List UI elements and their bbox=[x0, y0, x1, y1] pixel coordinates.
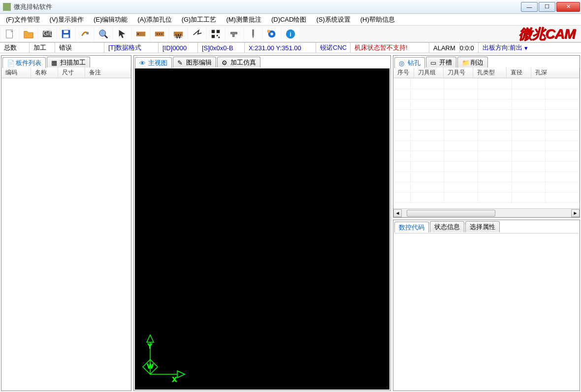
table-row[interactable] bbox=[393, 151, 580, 161]
svg-marker-33 bbox=[177, 371, 185, 378]
menu-cad[interactable]: (D)CAD绘图 bbox=[271, 15, 307, 24]
tab-slot[interactable]: ▭ 开槽 bbox=[426, 57, 456, 67]
menu-help[interactable]: (H)帮助信息 bbox=[360, 15, 395, 24]
pointer-button[interactable] bbox=[113, 27, 131, 41]
minimize-button[interactable]: — bbox=[521, 2, 538, 12]
maximize-button[interactable]: ☐ bbox=[539, 2, 555, 12]
tab-scan-process-label: 扫描加工 bbox=[60, 58, 86, 67]
drill-icon: ◎ bbox=[399, 60, 406, 66]
right-table-header: 序号 刀具组 刀具号 孔类型 直径 孔深 bbox=[393, 67, 580, 78]
svg-point-7 bbox=[99, 30, 106, 36]
col-name[interactable]: 名称 bbox=[31, 67, 58, 78]
import-dwg-button[interactable]: DWG/DXF bbox=[38, 27, 56, 41]
col-size[interactable]: 尺寸 bbox=[58, 67, 85, 78]
table-row[interactable] bbox=[393, 120, 580, 130]
menu-add[interactable]: (A)添加孔位 bbox=[137, 15, 171, 24]
menu-file[interactable]: (F)文件管理 bbox=[6, 15, 40, 24]
dimension-button[interactable]: W bbox=[169, 27, 187, 41]
drill-button[interactable] bbox=[244, 27, 262, 41]
save-button[interactable] bbox=[57, 27, 75, 41]
right-bottom-tabs: 数控代码 状态信息 选择属性 bbox=[393, 220, 580, 232]
table-row[interactable] bbox=[393, 109, 580, 120]
table-row[interactable] bbox=[393, 161, 580, 171]
scroll-left-button[interactable]: ◄ bbox=[393, 209, 402, 217]
tab-simulation-label: 加工仿真 bbox=[230, 58, 256, 67]
menu-process[interactable]: (G)加工工艺 bbox=[182, 15, 217, 24]
tab-board-list[interactable]: 📄 板件列表 bbox=[2, 57, 46, 68]
viewport[interactable]: Y X W bbox=[135, 68, 389, 390]
menu-edit[interactable]: (E)编辑功能 bbox=[94, 15, 128, 24]
slot-icon: ▭ bbox=[430, 59, 437, 66]
col-hole-type[interactable]: 孔类型 bbox=[473, 67, 507, 78]
left-table-body bbox=[1, 78, 131, 391]
svg-line-8 bbox=[105, 35, 108, 38]
code-area[interactable] bbox=[394, 233, 579, 390]
col-code[interactable]: 编码 bbox=[1, 67, 31, 78]
info-button[interactable]: i bbox=[282, 27, 299, 41]
tab-main-view[interactable]: 👁 主视图 bbox=[135, 57, 172, 68]
tab-nc-code[interactable]: 数控代码 bbox=[394, 222, 429, 232]
sim-icon: ⚙ bbox=[222, 59, 228, 66]
status-time: 0:0:0 bbox=[460, 43, 479, 53]
col-tool-no[interactable]: 刀具号 bbox=[444, 67, 473, 78]
table-row[interactable] bbox=[393, 89, 580, 99]
tab-state-info[interactable]: 状态信息 bbox=[430, 221, 464, 232]
panel-b-button[interactable] bbox=[151, 27, 168, 41]
left-panel: 📄 板件列表 ▦ 扫描加工 编码 名称 尺寸 备注 bbox=[1, 55, 131, 391]
open-folder-button[interactable] bbox=[20, 27, 37, 41]
tab-geometry-edit[interactable]: ✎ 图形编辑 bbox=[173, 57, 216, 67]
menu-system[interactable]: (S)系统设置 bbox=[316, 15, 350, 24]
tab-cut-label: 削边 bbox=[471, 58, 484, 67]
status-work: 加工 bbox=[30, 43, 55, 53]
scroll-thumb[interactable] bbox=[407, 210, 495, 217]
menu-view[interactable]: (V)显示操作 bbox=[50, 15, 84, 24]
table-row[interactable] bbox=[393, 99, 580, 109]
qr-button[interactable] bbox=[207, 27, 225, 41]
col-remark[interactable]: 备注 bbox=[85, 67, 131, 78]
svg-text:W: W bbox=[147, 362, 154, 370]
table-row[interactable] bbox=[393, 140, 580, 151]
svg-marker-30 bbox=[147, 335, 154, 342]
table-row[interactable] bbox=[393, 182, 580, 192]
tab-state-info-label: 状态信息 bbox=[434, 223, 460, 231]
tab-select-attr[interactable]: 选择属性 bbox=[465, 221, 500, 232]
table-row[interactable] bbox=[393, 78, 580, 89]
right-container: ◎ 钻孔 ▭ 开槽 📁 削边 序号 刀具组 刀具号 孔类型 直径 孔深 bbox=[393, 55, 580, 391]
status-s: [S]0x0x0-B bbox=[198, 43, 245, 53]
col-diameter[interactable]: 直径 bbox=[507, 67, 531, 78]
table-row[interactable] bbox=[393, 130, 580, 140]
col-depth[interactable]: 孔深 bbox=[531, 67, 580, 78]
col-seq[interactable]: 序号 bbox=[393, 67, 414, 78]
rotate-button[interactable] bbox=[188, 27, 206, 41]
svg-rect-20 bbox=[212, 34, 215, 37]
scroll-track[interactable] bbox=[402, 209, 571, 217]
menu-measure[interactable]: (M)测量批注 bbox=[226, 15, 261, 24]
col-tool-group[interactable]: 刀具组 bbox=[414, 67, 444, 78]
new-file-button[interactable] bbox=[1, 27, 19, 41]
panel-a-button[interactable] bbox=[132, 27, 150, 41]
tab-select-attr-label: 选择属性 bbox=[470, 223, 495, 231]
close-button[interactable]: ✕ bbox=[556, 2, 580, 12]
status-alarm-label: ALARM bbox=[429, 43, 460, 53]
scan-icon: ▦ bbox=[51, 59, 58, 66]
tab-drill[interactable]: ◎ 钻孔 bbox=[394, 57, 425, 68]
svg-point-14 bbox=[161, 33, 162, 34]
tab-cut[interactable]: 📁 削边 bbox=[457, 57, 488, 67]
table-row[interactable] bbox=[393, 171, 580, 182]
center-panel: 👁 主视图 ✎ 图形编辑 ⚙ 加工仿真 Y X bbox=[133, 55, 391, 391]
table-row[interactable] bbox=[393, 192, 580, 202]
tab-scan-process[interactable]: ▦ 扫描加工 bbox=[47, 57, 90, 67]
tab-simulation[interactable]: ⚙ 加工仿真 bbox=[217, 57, 260, 67]
settings-button[interactable] bbox=[76, 27, 94, 41]
app-title: 微兆排钻软件 bbox=[14, 2, 521, 11]
title-bar: 微兆排钻软件 — ☐ ✕ bbox=[0, 0, 581, 14]
scroll-right-button[interactable]: ► bbox=[571, 209, 580, 217]
gear-button[interactable] bbox=[263, 27, 281, 41]
status-output-dir[interactable]: 出板方向:前出 ▾ bbox=[479, 43, 581, 53]
clamp-button[interactable] bbox=[226, 27, 243, 41]
horizontal-scrollbar[interactable]: ◄ ► bbox=[393, 208, 580, 217]
status-format[interactable]: [T]数据格式 bbox=[104, 43, 159, 53]
toolbar: DWG/DXF W i 微兆CAM bbox=[0, 26, 581, 42]
left-table-header: 编码 名称 尺寸 备注 bbox=[1, 67, 131, 78]
zoom-button[interactable] bbox=[95, 27, 112, 41]
